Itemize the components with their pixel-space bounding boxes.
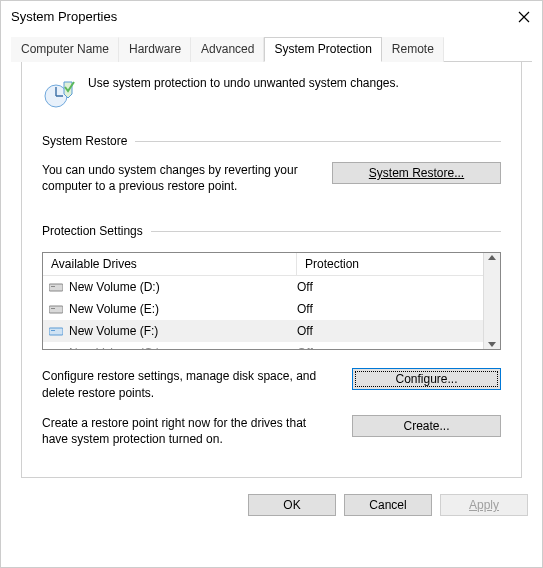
tab-remote[interactable]: Remote (382, 37, 444, 62)
drive-status: Off (297, 322, 477, 340)
ok-button[interactable]: OK (248, 494, 336, 516)
table-row[interactable]: New Volume (E:) Off (43, 298, 483, 320)
drive-name: New Volume (G:) (69, 344, 160, 349)
svg-rect-6 (51, 330, 55, 331)
window-title: System Properties (11, 9, 117, 24)
drive-icon (49, 304, 63, 314)
svg-rect-1 (49, 284, 63, 291)
group-protection-settings: Protection Settings (42, 224, 501, 238)
intro-text: Use system protection to undo unwanted s… (88, 76, 399, 90)
cancel-button[interactable]: Cancel (344, 494, 432, 516)
protection-settings-heading: Protection Settings (42, 224, 143, 238)
svg-rect-3 (49, 306, 63, 313)
system-protection-icon (42, 76, 76, 110)
svg-rect-5 (49, 328, 63, 335)
tabs-container: Computer Name Hardware Advanced System P… (1, 30, 542, 486)
titlebar: System Properties (1, 1, 542, 30)
system-restore-button[interactable]: System Restore... (332, 162, 501, 184)
drive-status: Off (297, 300, 477, 318)
table-row[interactable]: New Volume (D:) Off (43, 276, 483, 298)
tab-advanced[interactable]: Advanced (191, 37, 264, 62)
tab-hardware[interactable]: Hardware (119, 37, 191, 62)
group-system-restore: System Restore (42, 134, 501, 148)
chevron-up-icon[interactable] (488, 255, 496, 260)
configure-desc: Configure restore settings, manage disk … (42, 368, 332, 400)
drive-icon (49, 282, 63, 292)
intro-row: Use system protection to undo unwanted s… (42, 76, 501, 110)
dialog-footer: OK Cancel Apply (1, 486, 542, 530)
drives-list[interactable]: Available Drives Protection New Volume (… (42, 252, 501, 350)
svg-rect-4 (51, 308, 55, 309)
system-properties-window: System Properties Computer Name Hardware… (0, 0, 543, 568)
drive-icon (49, 348, 63, 349)
col-protection[interactable]: Protection (297, 253, 483, 275)
drives-table: Available Drives Protection New Volume (… (43, 253, 483, 349)
drive-name: New Volume (F:) (69, 322, 158, 340)
tabstrip: Computer Name Hardware Advanced System P… (11, 36, 532, 62)
configure-button[interactable]: Configure... (352, 368, 501, 390)
table-row[interactable]: New Volume (G:) Off (43, 342, 483, 349)
drives-header: Available Drives Protection (43, 253, 483, 276)
tab-computer-name[interactable]: Computer Name (11, 37, 119, 62)
create-row: Create a restore point right now for the… (42, 415, 501, 447)
system-restore-heading: System Restore (42, 134, 127, 148)
col-available-drives[interactable]: Available Drives (43, 253, 297, 275)
close-icon[interactable] (518, 11, 530, 23)
create-desc: Create a restore point right now for the… (42, 415, 332, 447)
drive-status: Off (297, 278, 477, 296)
scrollbar[interactable] (483, 253, 500, 349)
drive-name: New Volume (D:) (69, 278, 160, 296)
configure-row: Configure restore settings, manage disk … (42, 368, 501, 400)
divider (151, 231, 501, 232)
divider (135, 141, 501, 142)
create-button[interactable]: Create... (352, 415, 501, 437)
tab-system-protection[interactable]: System Protection (264, 37, 381, 62)
apply-button[interactable]: Apply (440, 494, 528, 516)
chevron-down-icon[interactable] (488, 342, 496, 347)
system-restore-desc: You can undo system changes by reverting… (42, 162, 312, 194)
drive-icon (49, 326, 63, 336)
tab-panel-system-protection: Use system protection to undo unwanted s… (21, 62, 522, 478)
drive-name: New Volume (E:) (69, 300, 159, 318)
svg-rect-2 (51, 286, 55, 287)
system-restore-row: You can undo system changes by reverting… (42, 162, 501, 194)
drive-status: Off (297, 344, 477, 349)
table-row[interactable]: New Volume (F:) Off (43, 320, 483, 342)
